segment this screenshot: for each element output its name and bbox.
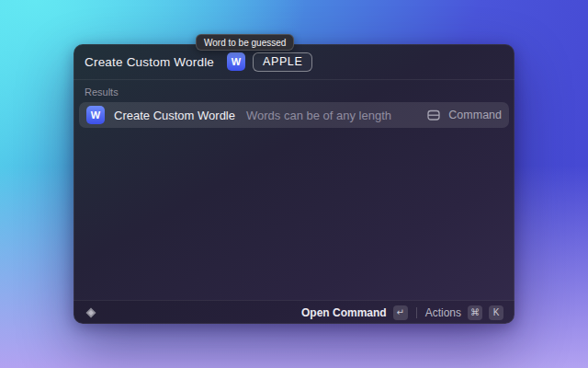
launcher-header: Create Custom Wordle W APPLE (74, 44, 514, 79)
launcher-window: Create Custom Wordle W APPLE Results W C… (74, 44, 514, 324)
word-input-token[interactable]: APPLE (253, 52, 312, 72)
header-divider (74, 79, 514, 80)
tooltip-word-to-be-guessed: Word to be guessed (196, 34, 294, 51)
footer-actions: Open Command ↵ Actions ⌘ K (301, 305, 503, 320)
return-keycap: ↵ (393, 305, 408, 320)
cmd-keycap: ⌘ (468, 305, 482, 320)
tooltip-text: Word to be guessed (204, 38, 286, 48)
results-section-label: Results (85, 86, 503, 98)
open-command-button[interactable]: Open Command ↵ (301, 305, 408, 320)
actions-label: Actions (425, 306, 461, 319)
results-empty-area (74, 128, 514, 300)
command-title: Create Custom Wordle (85, 55, 214, 69)
open-command-label: Open Command (301, 306, 387, 319)
command-slot-icon (426, 108, 441, 122)
result-row-create-custom-wordle[interactable]: W Create Custom Wordle Words can be of a… (79, 102, 509, 128)
extension-diamond-icon (85, 306, 97, 319)
footer-bar: Open Command ↵ Actions ⌘ K (74, 300, 514, 324)
result-title: Create Custom Wordle (114, 109, 235, 122)
wordle-app-icon-letter: W (91, 109, 100, 121)
word-input-value: APPLE (263, 55, 302, 68)
wordle-app-icon: W (86, 106, 105, 124)
result-type-label: Command (448, 109, 502, 121)
actions-button[interactable]: Actions ⌘ K (425, 305, 503, 320)
wordle-app-icon: W (227, 52, 245, 71)
k-keycap: K (489, 305, 503, 320)
result-subtitle: Words can be of any length (246, 109, 391, 122)
wordle-app-icon-letter: W (232, 56, 241, 67)
footer-divider (416, 307, 417, 318)
result-type-badge: Command (426, 108, 502, 122)
